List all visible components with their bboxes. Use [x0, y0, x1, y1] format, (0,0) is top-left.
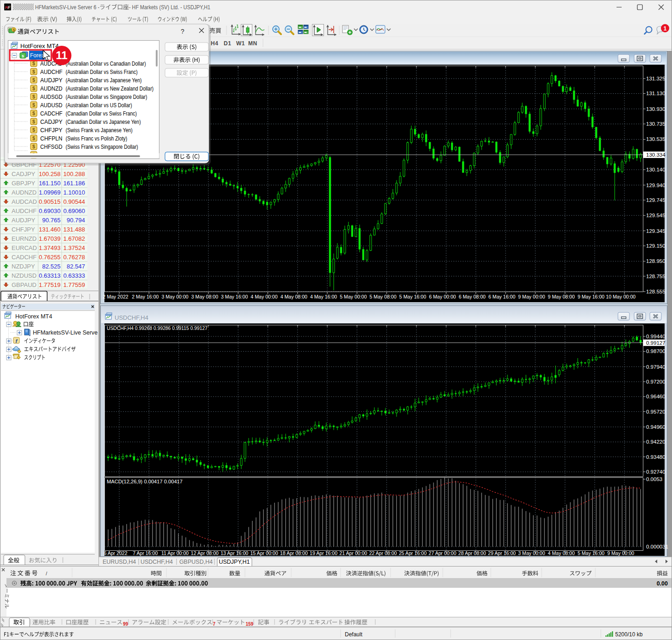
- svg-text:4 May 16:00: 4 May 16:00: [310, 294, 337, 299]
- svg-text:3 May 08:00: 3 May 08:00: [191, 294, 218, 299]
- svg-text:- HF Markets (SV) Ltd. - USDJP: - HF Markets (SV) Ltd. - USDJPY,H1: [129, 4, 210, 11]
- svg-text:Forex: Forex: [30, 52, 44, 59]
- svg-text:0.0053: 0.0053: [646, 476, 662, 482]
- svg-text:$: $: [32, 69, 35, 74]
- svg-text:129.745: 129.745: [646, 197, 666, 203]
- svg-text:AUDNZD: AUDNZD: [40, 85, 62, 92]
- svg-text:0.94220: 0.94220: [646, 439, 666, 445]
- svg-text:2 May 2022: 2 May 2022: [103, 294, 128, 299]
- svg-text:0.69060: 0.69060: [63, 207, 85, 214]
- svg-text:5 May 00:00: 5 May 00:00: [340, 294, 367, 299]
- svg-text:0.90515: 0.90515: [39, 198, 61, 205]
- svg-text:6 May 16:00: 6 May 16:00: [489, 294, 515, 299]
- svg-text:1.09969: 1.09969: [39, 189, 61, 196]
- svg-text:$: $: [22, 54, 24, 58]
- svg-text:7 Apr 16:00: 7 Apr 16:00: [133, 550, 158, 556]
- svg-text:129.345: 129.345: [646, 228, 666, 234]
- svg-text:NZDJPY: NZDJPY: [12, 263, 35, 270]
- svg-text:90.765: 90.765: [42, 217, 61, 224]
- svg-text:$: $: [32, 135, 35, 141]
- svg-text:1: 1: [664, 25, 667, 32]
- svg-text:$: $: [32, 61, 35, 66]
- svg-text:131.325: 131.325: [646, 76, 666, 81]
- svg-text:90.794: 90.794: [67, 217, 85, 224]
- svg-text:MACD(12,26,9) 0.00417 0.00417: MACD(12,26,9) 0.00417 0.00417: [107, 479, 183, 484]
- svg-text:5200/10 kb: 5200/10 kb: [615, 631, 643, 638]
- svg-text:6 Apr 2022: 6 Apr 2022: [104, 550, 127, 556]
- svg-text:1.67082: 1.67082: [63, 235, 85, 242]
- svg-text:CADJPY: CADJPY: [12, 171, 36, 177]
- svg-text:0.00: 0.00: [657, 580, 668, 587]
- svg-text:EURNZD: EURNZD: [12, 235, 37, 242]
- svg-text:4 May 08:00: 4 May 08:00: [281, 294, 307, 299]
- svg-text:0.94960: 0.94960: [646, 424, 666, 430]
- svg-text:100.258: 100.258: [39, 171, 61, 177]
- svg-text:Default: Default: [345, 631, 363, 638]
- svg-text:H4: H4: [211, 40, 218, 47]
- svg-text:0.99440: 0.99440: [646, 334, 666, 339]
- svg-text:0.98700: 0.98700: [646, 348, 666, 354]
- svg-text:HotForex MT4: HotForex MT4: [20, 43, 59, 49]
- svg-text:3 May 16:00: 3 May 16:00: [221, 294, 248, 299]
- svg-text:CHFJPY: CHFJPY: [40, 127, 63, 134]
- svg-text:0.63313: 0.63313: [39, 272, 61, 279]
- svg-text:18 Apr 08:00: 18 Apr 08:00: [280, 550, 308, 556]
- svg-text:28 Apr 08:00: 28 Apr 08:00: [458, 550, 486, 556]
- svg-text:4 May 08:00: 4 May 08:00: [548, 550, 574, 556]
- svg-text:159: 159: [246, 622, 254, 627]
- svg-text:0.000031: 0.000031: [646, 544, 668, 549]
- svg-text:12 Apr 08:00: 12 Apr 08:00: [191, 550, 219, 556]
- svg-text:0.76255: 0.76255: [39, 254, 61, 261]
- svg-text:(Swiss Frank vs Singapore Doll: (Swiss Frank vs Singapore Dollar): [66, 144, 138, 150]
- svg-text:CHFSGD: CHFSGD: [40, 144, 62, 150]
- svg-text:131.460: 131.460: [39, 226, 61, 233]
- svg-text:$: $: [32, 77, 35, 83]
- svg-text:3 May 00:00: 3 May 00:00: [518, 550, 545, 556]
- svg-text:F: F: [8, 5, 11, 10]
- svg-text:CHFPLN: CHFPLN: [40, 135, 62, 142]
- svg-text:AUDCHF: AUDCHF: [40, 69, 62, 75]
- svg-text:129.545: 129.545: [646, 213, 666, 218]
- svg-text:7: 7: [213, 622, 216, 627]
- svg-text:5 May 08:00: 5 May 08:00: [370, 294, 397, 299]
- svg-text:AUDJPY: AUDJPY: [12, 217, 36, 224]
- svg-text:GBPUSD,H4: GBPUSD,H4: [179, 559, 213, 565]
- svg-text:6 May 08:00: 6 May 08:00: [458, 294, 485, 299]
- svg-text:(Australian Dollar vs New Zeal: (Australian Dollar vs New Zealand Dollar…: [66, 85, 153, 92]
- svg-text:CADCHF: CADCHF: [12, 254, 37, 261]
- svg-text:MN: MN: [248, 40, 257, 47]
- svg-text:19 Apr 16:00: 19 Apr 16:00: [310, 550, 337, 556]
- svg-text:AUDJPY: AUDJPY: [40, 77, 63, 84]
- svg-text:AUDSGD: AUDSGD: [40, 94, 62, 100]
- svg-text:0.95720: 0.95720: [646, 409, 666, 414]
- svg-text:1.37524: 1.37524: [63, 244, 85, 251]
- svg-text:$: $: [32, 144, 35, 149]
- svg-text:5 May 16:00: 5 May 16:00: [399, 294, 426, 299]
- svg-text:(Australian Dollar vs US Dolla: (Australian Dollar vs US Dollar): [66, 102, 132, 109]
- svg-text:129.150: 129.150: [646, 243, 666, 249]
- svg-text:128.555: 128.555: [646, 289, 666, 294]
- svg-text:AUDCAD: AUDCAD: [12, 198, 37, 205]
- svg-text:1.77559: 1.77559: [63, 281, 85, 288]
- svg-text:$: $: [32, 94, 35, 99]
- svg-text:AUDNZD: AUDNZD: [12, 189, 37, 196]
- svg-text:0.99127: 0.99127: [646, 340, 666, 346]
- svg-text:100.288: 100.288: [63, 171, 85, 177]
- svg-text:$: $: [32, 102, 35, 108]
- svg-text:EURUSD,H4: EURUSD,H4: [103, 559, 136, 565]
- svg-text:NZDUSD: NZDUSD: [12, 272, 37, 279]
- svg-text:131.488: 131.488: [63, 226, 85, 233]
- svg-text:5 May 16:00: 5 May 16:00: [578, 550, 605, 556]
- svg-text:GBPJPY: GBPJPY: [12, 180, 36, 187]
- svg-text:3 May 00:00: 3 May 00:00: [161, 294, 188, 299]
- svg-text:15 Apr 00:00: 15 Apr 00:00: [250, 550, 278, 556]
- svg-text:0.76278: 0.76278: [63, 254, 85, 261]
- svg-text:130.334: 130.334: [646, 152, 666, 158]
- svg-text:29 Apr 16:00: 29 Apr 16:00: [488, 550, 516, 556]
- svg-text:(Australian Dollar vs Singapor: (Australian Dollar vs Singapore Dollar): [66, 94, 147, 100]
- svg-text:$: $: [32, 110, 35, 116]
- svg-text:131.130: 131.130: [646, 91, 666, 96]
- svg-text:USDCHF,H4: USDCHF,H4: [115, 314, 148, 321]
- svg-text:9 May 00:00: 9 May 00:00: [518, 294, 545, 299]
- svg-text:9 May 00:00: 9 May 00:00: [607, 550, 634, 556]
